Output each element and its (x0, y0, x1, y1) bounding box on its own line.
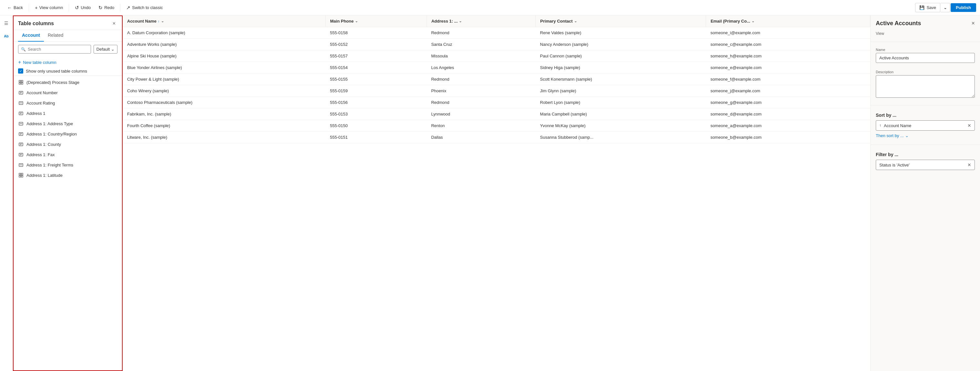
prop-panel-close-button[interactable]: × (971, 20, 975, 27)
column-name: Address 1 (27, 111, 46, 116)
menu-icon-button[interactable]: ☰ (1, 18, 12, 29)
list-item[interactable]: Address 1: Address Type (14, 118, 122, 129)
switch-icon: ↗ (126, 5, 130, 11)
table-row[interactable]: Litware, Inc. (sample) 555-0151 Dallas S… (123, 132, 870, 143)
col-type-icon (18, 121, 24, 126)
panel-close-button[interactable]: × (111, 20, 118, 27)
undo-button[interactable]: ↺ Undo (72, 3, 94, 13)
list-item[interactable]: Address 1: County (14, 139, 122, 150)
col-type-icon (18, 100, 24, 106)
list-item[interactable]: Address 1 (14, 108, 122, 118)
sort-asc-icon[interactable]: ↑ (158, 19, 160, 23)
filter-chevron-icon[interactable]: ⌄ (161, 19, 164, 23)
cell-email: someone_j@example.com (706, 85, 870, 97)
column-name: Address 1: Latitude (27, 173, 63, 178)
show-unused-checkbox[interactable] (18, 68, 23, 73)
description-label: Description (876, 70, 975, 74)
list-item[interactable]: Address 1: Freight Terms (14, 160, 122, 170)
panel-header: Table columns × (14, 16, 122, 30)
cell-phone: 555-0151 (326, 132, 427, 143)
tab-account[interactable]: Account (18, 30, 44, 41)
col-type-icon (18, 162, 24, 168)
back-label: Back (14, 5, 23, 10)
filter-chevron-icon[interactable]: ⌄ (355, 19, 358, 23)
prop-panel-header: Active Accounts × (870, 16, 980, 28)
list-item[interactable]: Account Number (14, 88, 122, 98)
filter-chevron-icon[interactable]: ⌄ (751, 19, 754, 23)
cell-contact: Nancy Anderson (sample) (536, 39, 706, 50)
panel-actions: + New table column Show only unused tabl… (14, 56, 122, 75)
cell-account: Alpine Ski House (sample) (123, 50, 326, 62)
undo-label: Undo (81, 5, 91, 10)
cell-address: Phoenix (426, 85, 535, 97)
divider3 (870, 145, 980, 145)
prop-description-section: Description (870, 67, 980, 103)
list-item[interactable]: Address 1: Fax (14, 150, 122, 160)
show-unused-checkbox-row[interactable]: Show only unused table columns (18, 68, 118, 73)
sort-remove-button[interactable]: ✕ (967, 123, 971, 128)
table-row[interactable]: Contoso Pharmaceuticals (sample) 555-015… (123, 97, 870, 108)
name-input[interactable] (876, 53, 975, 63)
save-icon: 💾 (920, 5, 924, 10)
list-item[interactable]: Address 1: Latitude (14, 170, 122, 180)
redo-label: Redo (104, 5, 114, 10)
text-icon-button[interactable]: Ab (1, 31, 12, 41)
table-row[interactable]: Adventure Works (sample) 555-0152 Santa … (123, 39, 870, 50)
switch-classic-button[interactable]: ↗ Switch to classic (123, 3, 166, 13)
filter-item-text: Status is 'Active' (879, 162, 965, 167)
save-button[interactable]: 💾 Save (915, 3, 940, 12)
list-item[interactable]: Account Rating (14, 98, 122, 108)
table-row[interactable]: Alpine Ski House (sample) 555-0157 Misso… (123, 50, 870, 62)
view-column-button[interactable]: + View column (32, 3, 66, 12)
then-sort-link[interactable]: Then sort by ... ⌄ (876, 133, 975, 138)
svg-rect-27 (19, 175, 21, 177)
cell-phone: 555-0159 (326, 85, 427, 97)
filter-chevron-icon[interactable]: ⌄ (574, 19, 577, 23)
description-textarea[interactable] (876, 75, 975, 98)
plus-icon: + (35, 5, 38, 10)
list-item[interactable]: Address 1: Country/Region (14, 129, 122, 139)
divider2 (870, 105, 980, 105)
view-label: View (876, 31, 975, 36)
search-input[interactable] (28, 47, 88, 52)
tab-related[interactable]: Related (44, 30, 67, 41)
table-row[interactable]: City Power & Light (sample) 555-0155 Red… (123, 73, 870, 85)
chevron-down-icon: ⌄ (943, 5, 947, 10)
filter-chevron-icon[interactable]: ⌄ (459, 19, 462, 23)
cell-account: City Power & Light (sample) (123, 73, 326, 85)
then-sort-chevron-icon: ⌄ (905, 133, 909, 138)
filter-remove-button[interactable]: ✕ (967, 162, 971, 167)
cell-email: someone_c@example.com (706, 39, 870, 50)
switch-classic-label: Switch to classic (132, 5, 162, 10)
redo-icon: ↻ (99, 5, 103, 11)
table-row[interactable]: Blue Yonder Airlines (sample) 555-0154 L… (123, 62, 870, 73)
table-row[interactable]: Fourth Coffee (sample) 555-0150 Renton Y… (123, 120, 870, 132)
cell-account: Adventure Works (sample) (123, 39, 326, 50)
cell-email: someone_b@example.com (706, 132, 870, 143)
prop-sort-section: Sort by ... ↑ Account Name ✕ Then sort b… (870, 108, 980, 142)
col-header-label: Email (Primary Co... (711, 19, 750, 24)
publish-button[interactable]: Publish (951, 3, 976, 12)
view-column-label: View column (39, 5, 63, 10)
col-header-label: Primary Contact (540, 19, 573, 24)
cell-address: Santa Cruz (426, 39, 535, 50)
table-row[interactable]: Coho Winery (sample) 555-0159 Phoenix Ji… (123, 85, 870, 97)
column-name: Address 1: Address Type (27, 121, 73, 126)
table-row[interactable]: A. Datum Corporation (sample) 555-0158 R… (123, 27, 870, 39)
svg-rect-0 (19, 80, 21, 82)
col-header-label: Address 1: ... (431, 19, 458, 24)
new-column-button[interactable]: + New table column (18, 58, 118, 67)
toolbar: ← Back + View column ↺ Undo ↻ Redo ↗ Swi… (0, 0, 980, 16)
column-name: Address 1: County (27, 142, 61, 147)
data-table-wrapper[interactable]: Account Name ↑ ⌄ Main Phone ⌄ (123, 16, 870, 371)
cell-account: Fabrikam, Inc. (sample) (123, 108, 326, 120)
redo-button[interactable]: ↻ Redo (95, 3, 118, 13)
table-row[interactable]: Fabrikam, Inc. (sample) 555-0153 Lynnwoo… (123, 108, 870, 120)
default-label: Default (97, 47, 110, 52)
save-dropdown-button[interactable]: ⌄ (941, 3, 950, 12)
back-button[interactable]: ← Back (4, 3, 26, 12)
cell-phone: 555-0153 (326, 108, 427, 120)
list-item[interactable]: (Deprecated) Process Stage (14, 77, 122, 88)
default-dropdown[interactable]: Default ⌄ (94, 45, 118, 54)
cell-account: Contoso Pharmaceuticals (sample) (123, 97, 326, 108)
